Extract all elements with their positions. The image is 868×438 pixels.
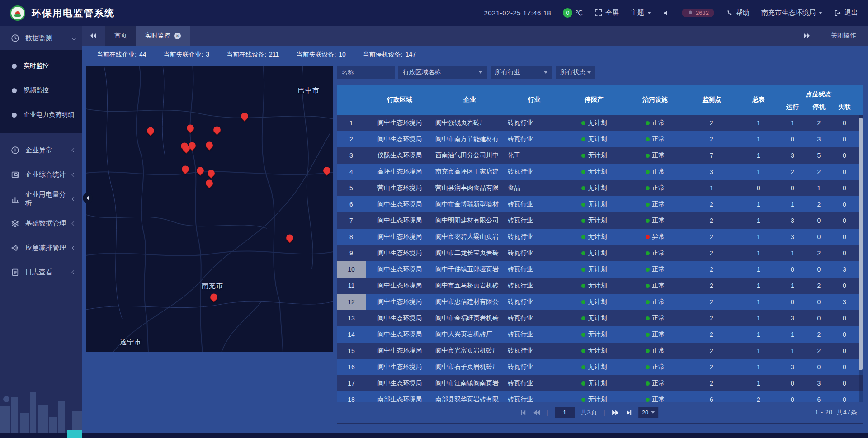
cell-company: 阆中市金博瑞新型墙材 xyxy=(434,196,506,212)
cell-industry: 砖瓦行业 xyxy=(506,245,562,261)
notification-badge[interactable]: 2632 xyxy=(682,9,714,17)
status-dot xyxy=(646,154,650,158)
close-operations-button[interactable]: 关闭操作 xyxy=(831,32,856,40)
theme-dropdown[interactable]: 主题 xyxy=(631,9,651,17)
cell-industry: 化工 xyxy=(506,147,562,164)
cell-industry: 砖瓦行业 xyxy=(506,391,562,402)
table-row[interactable]: 2 阆中生态环境局 阆中市南方节能建材有 砖瓦行业 无计划 正常 2 1 0 3… xyxy=(337,131,863,147)
cell-company: 阆中市南方节能建材有 xyxy=(434,131,506,147)
cell-company: 阆中市江南镇阆南页岩 xyxy=(434,375,506,391)
cell-monitor-points: 2 xyxy=(684,261,739,278)
stat-stopped-devices: 当前停机设备:147 xyxy=(363,51,416,59)
tab-home[interactable]: 首页 xyxy=(105,26,136,46)
org-dropdown[interactable]: 南充市生态环境局 xyxy=(761,9,822,17)
table-row[interactable]: 14 阆中生态环境局 阆中大兴页岩机砖厂 砖瓦行业 无计划 正常 2 1 1 2… xyxy=(337,326,863,343)
sidebar-item-video-monitor[interactable]: 视频监控 xyxy=(0,78,82,103)
table-row[interactable]: 7 阆中生态环境局 阆中明阳建材有限公司 砖瓦行业 无计划 正常 2 1 3 0… xyxy=(337,212,863,229)
sidebar-item-enterprise-statistics[interactable]: 企业综合统计 xyxy=(0,162,82,187)
status-filter-select[interactable]: 所有状态 xyxy=(556,66,595,79)
cell-production-limit: 无计划 xyxy=(562,180,626,196)
col-header-monitor-points: 监测点 xyxy=(684,85,739,115)
caret-down-icon xyxy=(651,411,655,414)
table-row[interactable]: 5 营山生态环境局 营山县润丰肉食品有限 食品 无计划 正常 1 0 0 1 0 xyxy=(337,180,863,196)
map-canvas[interactable]: 巴中市南充市遂宁市 xyxy=(86,66,333,352)
caret-down-icon xyxy=(479,71,482,74)
cell-monitor-points: 2 xyxy=(684,245,739,261)
table-row[interactable]: 1 阆中生态环境局 阆中强锐页岩砖厂 砖瓦行业 无计划 正常 2 1 1 2 0 xyxy=(337,115,863,131)
table-row[interactable]: 8 阆中生态环境局 阆中市枣碧大梁山页岩 砖瓦行业 无计划 异常 2 1 3 0… xyxy=(337,229,863,245)
prev-page-button[interactable] xyxy=(533,410,540,416)
sidebar-item-power-analysis[interactable]: 企业用电量分析 xyxy=(0,187,82,211)
region-filter-select[interactable]: 行政区域名称 xyxy=(398,66,487,79)
sidebar-item-data-monitor[interactable]: 数据监测 xyxy=(0,26,82,50)
table-row[interactable]: 11 阆中生态环境局 阆中市五马桥页岩机砖 砖瓦行业 无计划 正常 2 1 1 … xyxy=(337,278,863,294)
table-row[interactable]: 13 阆中生态环境局 阆中市金福旺页岩机砖 砖瓦行业 无计划 正常 2 1 3 … xyxy=(337,310,863,326)
help-button[interactable]: 帮助 xyxy=(726,9,750,17)
sidebar-item-emergency-reduction[interactable]: 应急减排管理 xyxy=(0,235,82,260)
cell-lost: 0 xyxy=(831,245,858,261)
cell-pollution-facility: 正常 xyxy=(626,212,684,229)
tab-close-icon[interactable]: ✕ xyxy=(174,33,181,39)
cell-total-meter: 1 xyxy=(739,245,778,261)
sound-button[interactable] xyxy=(663,9,670,17)
cell-lost: 0 xyxy=(831,359,858,375)
tab-realtime-monitor[interactable]: 实时监控 ✕ xyxy=(136,26,190,46)
table-scrollbar[interactable] xyxy=(859,115,863,402)
last-page-button[interactable] xyxy=(625,410,632,416)
chevron-left-icon xyxy=(72,197,76,201)
stat-online-devices: 当前在线设备:211 xyxy=(226,51,279,59)
page-number-input[interactable] xyxy=(555,407,575,418)
tabs-scroll-left-button[interactable] xyxy=(82,33,105,39)
logout-button[interactable]: 退出 xyxy=(834,9,858,17)
status-dot xyxy=(646,219,650,223)
cell-running: 3 xyxy=(778,147,807,164)
table-row[interactable]: 15 阆中生态环境局 阆中市光富页岩机砖厂 砖瓦行业 无计划 正常 2 1 1 … xyxy=(337,343,863,359)
cell-company: 阆中强锐页岩砖厂 xyxy=(434,115,506,131)
status-dot xyxy=(581,381,585,386)
log-icon xyxy=(11,268,19,277)
col-header-stopped: 停机 xyxy=(807,103,831,111)
sidebar-item-realtime-monitor[interactable]: 实时监控 xyxy=(0,54,82,78)
cell-industry: 砖瓦行业 xyxy=(506,375,562,391)
cell-region: 阆中生态环境局 xyxy=(366,261,434,278)
cell-pollution-facility: 正常 xyxy=(626,278,684,294)
first-page-button[interactable] xyxy=(520,410,527,416)
table-row[interactable]: 18 南部生态环境局 南部县双华页岩砖有限 砖瓦行业 无计划 正常 6 2 0 … xyxy=(337,391,863,402)
table-row[interactable]: 4 高坪生态环境局 南充市高坪区王家店建 砖瓦行业 无计划 正常 3 1 2 2… xyxy=(337,164,863,180)
cell-pollution-facility: 正常 xyxy=(626,294,684,310)
map-collapse-button[interactable] xyxy=(83,193,93,203)
industry-filter-select[interactable]: 所有行业 xyxy=(491,66,552,79)
chevron-left-icon xyxy=(72,245,76,250)
status-dot xyxy=(646,186,650,190)
sidebar-item-base-data[interactable]: 基础数据管理 xyxy=(0,211,82,235)
table-row[interactable]: 10 阆中生态环境局 阆中千佛镇五郎垭页岩 砖瓦行业 无计划 正常 2 1 0 … xyxy=(337,261,863,278)
cell-monitor-points: 2 xyxy=(684,131,739,147)
sidebar-item-enterprise-abnormal[interactable]: 企业异常 xyxy=(0,138,82,162)
cell-lost: 0 xyxy=(831,310,858,326)
megaphone-icon xyxy=(11,244,19,252)
next-page-button[interactable] xyxy=(612,410,619,416)
temperature-badge: 0 xyxy=(563,8,572,18)
scrollbar-thumb[interactable] xyxy=(859,118,863,370)
fullscreen-button[interactable]: 全屏 xyxy=(594,9,619,17)
cell-company: 阆中市五马桥页岩机砖 xyxy=(434,278,506,294)
table-row[interactable]: 9 阆中生态环境局 阆中市二龙长宝页岩砖 砖瓦行业 无计划 正常 2 1 1 2… xyxy=(337,245,863,261)
sidebar-item-power-load-detail[interactable]: 企业电力负荷明细 xyxy=(0,103,82,127)
sidebar-item-log-view[interactable]: 日志查看 xyxy=(0,260,82,284)
table-row[interactable]: 6 阆中生态环境局 阆中市金博瑞新型墙材 砖瓦行业 无计划 正常 2 1 1 2… xyxy=(337,196,863,212)
cell-region: 阆中生态环境局 xyxy=(366,294,434,310)
page-size-select[interactable]: 20 xyxy=(638,407,658,418)
cell-pollution-facility: 异常 xyxy=(626,229,684,245)
table-row[interactable]: 16 阆中生态环境局 阆中市石子页岩机砖厂 砖瓦行业 无计划 正常 2 1 3 … xyxy=(337,359,863,375)
cell-running: 3 xyxy=(778,310,807,326)
table-row[interactable]: 3 仪陇生态环境局 西南油气田分公司川中 化工 无计划 正常 7 1 3 5 0 xyxy=(337,147,863,164)
chart-icon xyxy=(11,195,19,203)
cell-total-meter: 1 xyxy=(739,131,778,147)
name-filter-input[interactable] xyxy=(337,66,395,79)
tabs-scroll-right-button[interactable] xyxy=(795,33,818,39)
cell-region: 阆中生态环境局 xyxy=(366,326,434,343)
cell-pollution-facility: 正常 xyxy=(626,343,684,359)
chevron-left-icon xyxy=(72,148,76,152)
table-row[interactable]: 12 阆中生态环境局 阆中市忠信建材有限公 砖瓦行业 无计划 正常 2 1 0 … xyxy=(337,294,863,310)
table-row[interactable]: 17 阆中生态环境局 阆中市江南镇阆南页岩 砖瓦行业 无计划 正常 2 1 0 … xyxy=(337,375,863,391)
